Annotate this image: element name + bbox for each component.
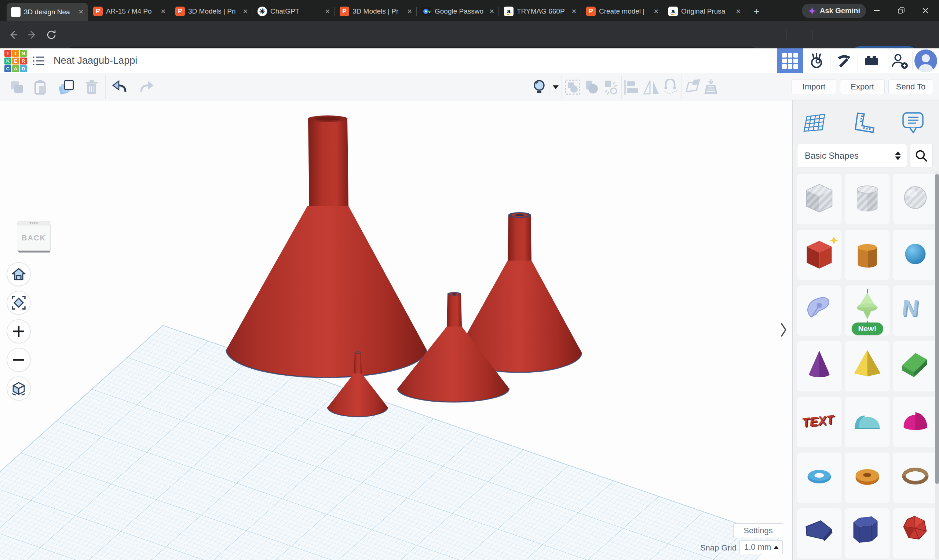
shape-item[interactable] [797,230,842,280]
duplicate-button[interactable] [59,79,75,95]
window-minimize-button[interactable] [866,0,888,21]
tab-close-icon[interactable]: ✕ [571,8,577,15]
mirror-button[interactable] [643,79,660,95]
fit-view-button[interactable] [6,291,31,315]
amazon-icon: a [668,6,678,16]
tab-close-icon[interactable]: ✕ [324,8,331,15]
shape-item[interactable]: TEXTTEXT [797,397,842,447]
ungroup-all-button[interactable] [603,79,619,95]
shape-category-select[interactable]: Basic Shapes [797,144,907,168]
shape-item[interactable] [845,174,890,224]
home-view-button[interactable] [6,262,31,286]
ungroup-button[interactable] [584,79,600,95]
shape-item[interactable] [893,230,937,280]
magnet-snap-button[interactable] [663,79,679,95]
snap-grid-select[interactable]: 1.0 mm [740,540,783,554]
tab-close-icon[interactable]: ✕ [160,8,167,15]
shape-item[interactable] [893,452,937,503]
logo-tile: E [12,57,19,65]
show-hide-button[interactable] [531,79,547,95]
new-tab-button[interactable]: + [751,5,763,18]
funnel-shape[interactable] [226,115,427,377]
tinkercad-logo[interactable]: TINKERCAD [5,50,27,72]
tab-close-icon[interactable]: ✕ [489,8,495,15]
view-cube-back-face[interactable]: BACK [22,234,46,242]
group-button[interactable] [564,79,581,95]
shape-item[interactable] [845,452,890,503]
copy-button[interactable] [9,79,25,95]
browser-tab[interactable]: aOriginal Prusa✕ [664,4,745,19]
sim-lab-button[interactable] [804,48,830,73]
shape-item[interactable] [893,397,937,447]
zoom-out-button[interactable] [6,348,31,372]
shape-item[interactable] [893,174,937,224]
3d-viewport[interactable]: TOP BACK [0,100,792,560]
workplane-button[interactable] [684,79,700,95]
align-button[interactable] [623,79,639,95]
zoom-in-button[interactable] [6,319,31,343]
ask-gemini-button[interactable]: Ask Gemini [802,4,866,18]
browser-tab[interactable]: P3D Models | Pr✕ [335,4,417,19]
shape-search-button[interactable] [910,144,933,168]
export-button[interactable]: Export [840,80,885,94]
tab-title: Create model | [599,7,649,15]
panel-collapse-handle[interactable] [779,320,788,339]
ruler-tool-icon[interactable] [850,111,878,135]
notes-tool-icon[interactable] [899,111,927,135]
tab-close-icon[interactable]: ✕ [406,8,413,15]
tinkercad-avatar[interactable] [914,49,937,72]
dashboard-grid-button[interactable] [777,48,803,73]
design-menu-icon[interactable] [28,48,50,73]
bricks-export-icon[interactable] [859,48,884,73]
shape-item[interactable] [845,508,890,558]
redo-button[interactable] [139,79,155,95]
panel-scrollbar-thumb[interactable] [935,174,939,484]
tab-close-icon[interactable]: ✕ [78,8,84,16]
3d-scene [0,100,792,560]
reload-button[interactable] [44,27,59,43]
blocks-export-icon[interactable] [831,48,857,73]
shape-item[interactable] [845,397,890,447]
settings-button[interactable]: Settings [733,523,783,538]
design-title[interactable]: Neat Jaagub-Lappi [54,55,137,66]
window-restore-button[interactable] [890,0,913,21]
shape-item[interactable] [797,286,842,336]
paste-button[interactable] [32,79,48,95]
browser-tab[interactable]: P3D Models | Pri✕ [171,4,252,19]
browser-tab[interactable]: PAR-15 / M4 Po✕ [89,4,170,19]
tab-close-icon[interactable]: ✕ [735,8,742,15]
shape-item[interactable]: NN [893,286,937,336]
invite-collaborator-icon[interactable] [887,48,913,73]
browser-tab[interactable]: 3D design Nea✕ [6,3,88,21]
shape-item[interactable] [797,508,842,558]
back-button[interactable] [6,27,21,43]
browser-tab[interactable]: PCreate model |✕ [582,4,663,19]
import-button[interactable]: Import [791,80,836,94]
tab-close-icon[interactable]: ✕ [653,8,660,15]
search-icon [915,149,928,162]
browser-tab[interactable]: Google Passwo✕ [418,4,499,19]
shape-item[interactable] [893,341,937,391]
perspective-toggle-button[interactable] [6,376,31,401]
browser-tab[interactable]: aTRYMAG 660P✕ [500,4,581,19]
shape-category-value: Basic Shapes [805,151,859,161]
shape-item[interactable]: New! [845,286,890,336]
shape-item[interactable] [797,452,842,503]
view-cube[interactable]: TOP BACK [15,217,53,256]
send-to-button[interactable]: Send To [888,80,933,94]
forward-button[interactable] [25,27,40,43]
ruler-drop-button[interactable] [703,79,719,95]
browser-tab[interactable]: ✳ChatGPT✕ [253,4,335,19]
tab-close-icon[interactable]: ✕ [242,8,249,15]
shape-item[interactable] [845,230,890,280]
hole-box-icon [797,174,842,224]
shape-item[interactable] [797,341,842,391]
shape-item[interactable] [893,508,937,558]
shape-item[interactable] [797,174,842,224]
window-close-button[interactable] [914,0,937,21]
shape-item[interactable] [845,341,890,391]
workplane-tool-icon[interactable] [801,111,829,135]
delete-button[interactable] [83,79,100,95]
show-hide-dropdown[interactable] [550,79,561,95]
undo-button[interactable] [112,79,128,95]
